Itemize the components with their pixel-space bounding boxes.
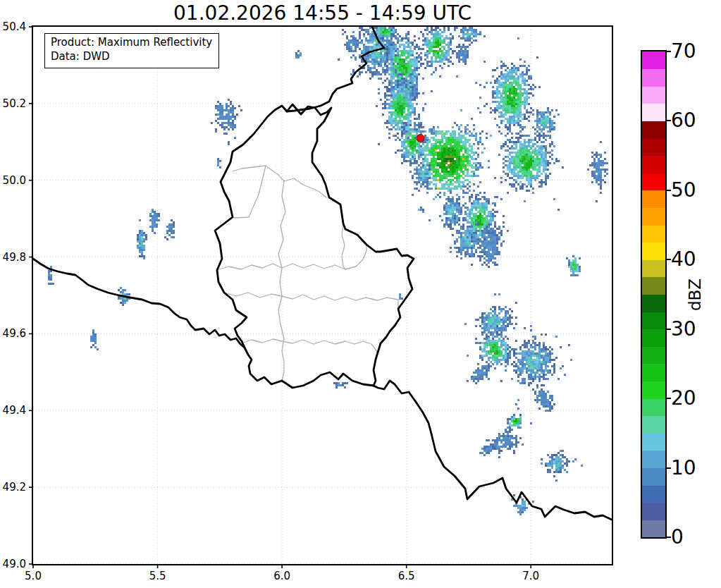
annotation-data-line: Data: DWD (51, 50, 212, 64)
colorbar-axis-label: dBZ (684, 271, 705, 318)
x-tick-label: 5.5 (149, 570, 166, 582)
colorbar-segment (642, 346, 665, 364)
country-border-line (374, 381, 612, 520)
radar-figure: 01.02.2026 14:55 - 14:59 UTC Product: Ma… (0, 0, 721, 588)
colorbar-segment (642, 503, 665, 520)
colorbar (641, 50, 667, 539)
y-tick-label: 50.4 (3, 20, 26, 33)
y-tick-label: 49.4 (3, 404, 26, 417)
colorbar-tick-label: 20 (671, 388, 713, 409)
colorbar-segment (642, 398, 665, 416)
colorbar-tick-label: 70 (671, 41, 713, 62)
colorbar-segment (642, 381, 665, 399)
colorbar-tick-label: 30 (671, 319, 713, 340)
colorbar-segment (642, 259, 665, 277)
x-tick-label: 7.0 (522, 570, 539, 582)
country-border-line (33, 259, 245, 348)
district-border-line (342, 223, 345, 269)
colorbar-tick-label: 50 (671, 180, 713, 201)
x-tick-label: 6.0 (273, 570, 290, 582)
y-tick-label: 49.0 (3, 558, 26, 570)
colorbar-segment (642, 69, 665, 87)
colorbar-segment (642, 121, 665, 138)
map-plot: 5.05.56.06.57.049.049.249.449.649.850.05… (0, 0, 721, 588)
colorbar-tick-label: 0 (671, 527, 713, 548)
district-border-line (224, 293, 398, 309)
country-border-line (215, 104, 414, 388)
colorbar-segment (642, 138, 665, 156)
colorbar-segment (642, 520, 665, 537)
axis-tick-labels: 5.05.56.06.57.049.049.249.449.649.850.05… (3, 20, 540, 582)
colorbar-segment (642, 207, 665, 225)
colorbar-segment (642, 485, 665, 503)
colorbar-segment (642, 243, 665, 260)
y-tick-label: 50.0 (3, 174, 26, 187)
district-border-line (243, 339, 378, 353)
annotation-product-line: Product: Maximum Reflectivity (51, 36, 212, 50)
colorbar-segment (642, 190, 665, 208)
product-annotation-box: Product: Maximum Reflectivity Data: DWD (44, 33, 219, 68)
colorbar-segment (642, 416, 665, 434)
colorbar-segment (642, 312, 665, 329)
colorbar-segment (642, 86, 665, 104)
x-tick-label: 5.0 (25, 570, 42, 582)
y-tick-label: 49.8 (3, 251, 26, 264)
colorbar-segment (642, 329, 665, 347)
colorbar-segment (642, 451, 665, 468)
district-border-line (233, 166, 326, 197)
colorbar-segment (642, 104, 665, 121)
colorbar-segment (642, 51, 665, 69)
colorbar-segment (642, 225, 665, 243)
radar-echoes (48, 27, 608, 515)
colorbar-tick-label: 10 (671, 458, 713, 479)
colorbar-segment (642, 364, 665, 381)
colorbar-segment (642, 277, 665, 295)
colorbar-tick-label: 60 (671, 110, 713, 131)
colorbar-tick-label: 40 (671, 249, 713, 270)
colorbar-segment (642, 295, 665, 312)
district-border-line (233, 166, 266, 218)
colorbar-segment (642, 173, 665, 190)
x-tick-label: 6.5 (398, 570, 415, 582)
colorbar-segment (642, 468, 665, 486)
y-tick-label: 50.2 (3, 97, 26, 110)
colorbar-segment (642, 156, 665, 173)
station-marker-dot (417, 134, 424, 142)
y-tick-label: 49.6 (3, 327, 26, 340)
station-marker (417, 134, 424, 142)
y-tick-label: 49.2 (3, 481, 26, 494)
colorbar-segment (642, 433, 665, 451)
